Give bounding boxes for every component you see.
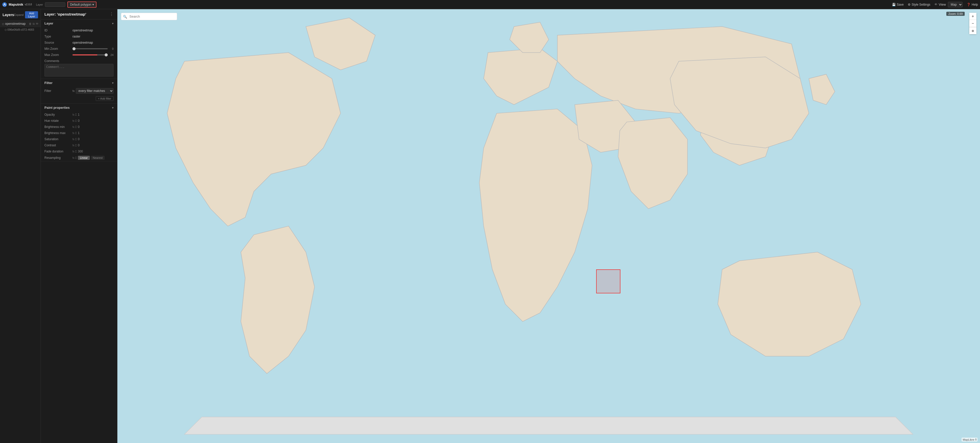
layer-name-input[interactable]	[45, 2, 65, 7]
layer-sub-id: ◇ 096e06d9-c072-4683	[0, 27, 41, 32]
copy-layer-button[interactable]: ⧉	[33, 22, 35, 25]
resampling-sigma-icon[interactable]: Σ	[75, 156, 77, 159]
max-zoom-value: 24	[109, 53, 114, 56]
type-label: Type	[45, 35, 73, 38]
panel-more-button[interactable]: ⋮	[110, 12, 114, 17]
layer-label: Layer	[36, 3, 43, 6]
filter-section-title: Filter	[45, 81, 52, 85]
map-search-container: 🔍	[121, 13, 177, 20]
opacity-icons: fx Σ	[73, 113, 77, 116]
saturation-sigma-icon[interactable]: Σ	[75, 138, 77, 141]
max-zoom-slider-wrap: 24	[73, 53, 114, 56]
hue-fx-icon[interactable]: fx	[73, 120, 75, 122]
topbar-right: 💾 Save ⚙ Style Settings 👁 View Map ❓ Hel…	[892, 2, 978, 7]
opacity-fx-icon[interactable]: fx	[73, 113, 75, 116]
hue-sigma-icon[interactable]: Σ	[75, 120, 77, 122]
layer-panel: Layer: 'openstreetmap' ⋮ Layer ▾ ID open…	[41, 9, 118, 443]
save-button[interactable]: 💾 Save	[892, 3, 904, 6]
logo-icon	[2, 2, 7, 7]
contrast-row: Contrast fx Σ 0	[41, 142, 117, 148]
fade-duration-row: Fade duration fx Σ 300	[41, 148, 117, 155]
comments-textarea[interactable]	[45, 64, 114, 76]
layer-raster-icon: ◻	[2, 22, 4, 25]
fade-icons: fx Σ	[73, 150, 77, 153]
save-icon: 💾	[892, 3, 896, 6]
fade-duration-label: Fade duration	[45, 150, 73, 153]
contrast-fx-icon[interactable]: fx	[73, 144, 75, 147]
panel-header: Layer: 'openstreetmap' ⋮	[41, 9, 117, 19]
brightness-min-row: Brightness min fx Σ 0	[41, 124, 117, 130]
brightness-max-icons: fx Σ	[73, 132, 77, 135]
min-zoom-slider-wrap: 0	[73, 47, 114, 50]
filter-section-header[interactable]: Filter ▾	[41, 79, 117, 87]
hue-rotate-icons: fx Σ	[73, 120, 77, 122]
paint-section-title: Paint properties	[45, 106, 70, 110]
opacity-sigma-icon[interactable]: Σ	[75, 113, 77, 116]
min-zoom-slider[interactable]	[73, 48, 108, 49]
hue-rotate-value: 0	[78, 119, 114, 123]
map-credit: MapLibre ℹ	[962, 438, 977, 441]
brightness-max-value: 1	[78, 131, 114, 135]
dropdown-label: Default polygon	[70, 3, 91, 6]
resampling-icons: fx Σ	[73, 156, 77, 159]
brightness-min-fx-icon[interactable]: fx	[73, 126, 75, 128]
sidebar-actions: Expand Add Layer	[14, 11, 38, 18]
filter-select[interactable]: every filter matches	[76, 88, 114, 94]
nearest-button[interactable]: Nearest	[91, 156, 105, 160]
resampling-row: Resampling fx Σ Linear Nearest	[41, 155, 117, 161]
zoom-badge: Zoom: 0.69	[946, 12, 965, 16]
info-icon: ℹ	[975, 438, 977, 441]
source-label: Source	[45, 41, 73, 45]
hue-rotate-label: Hue rotate	[45, 119, 73, 123]
brightness-min-sigma-icon[interactable]: Σ	[75, 126, 77, 128]
filter-label: Filter	[45, 89, 73, 93]
contrast-sigma-icon[interactable]: Σ	[75, 144, 77, 147]
saturation-label: Saturation	[45, 137, 73, 141]
panel-title: Layer: 'openstreetmap'	[45, 12, 86, 16]
saturation-row: Saturation fx Σ 0	[41, 136, 117, 142]
filter-fx-icon: fx	[73, 89, 75, 92]
map-area[interactable]: 🔍 Zoom: 0.69 + − ⊕ MapLibre ℹ	[118, 9, 980, 443]
visibility-toggle-button[interactable]: 👁	[36, 22, 38, 25]
fade-fx-icon[interactable]: fx	[73, 150, 75, 153]
add-filter-button[interactable]: + Add filter	[96, 96, 114, 101]
brightness-min-icons: fx Σ	[73, 126, 77, 128]
opacity-row: Opacity fx Σ 1	[41, 112, 117, 118]
min-zoom-value: 0	[109, 47, 114, 50]
fade-sigma-icon[interactable]: Σ	[75, 150, 77, 153]
app-version: v2.0.0	[25, 3, 32, 6]
max-zoom-slider[interactable]	[73, 54, 108, 56]
opacity-value: 1	[78, 113, 114, 116]
layer-item-openstreetmap[interactable]: ◻ openstreetmap 🗑 ⧉ 👁	[0, 21, 41, 27]
paint-section-header[interactable]: Paint properties ▾	[41, 104, 117, 112]
delete-layer-button[interactable]: 🗑	[29, 22, 32, 25]
layers-title: Layers	[3, 13, 14, 17]
add-layer-button[interactable]: Add Layer	[25, 11, 38, 18]
eye-icon: 👁	[934, 3, 938, 6]
zoom-in-button[interactable]: +	[969, 13, 977, 20]
saturation-icons: fx Σ	[73, 138, 77, 141]
zoom-out-button[interactable]: −	[969, 20, 977, 27]
dropdown-chevron-icon: ▾	[92, 3, 94, 6]
view-select[interactable]: Map	[948, 2, 963, 7]
id-value: openstreetmap	[73, 29, 114, 32]
contrast-label: Contrast	[45, 143, 73, 147]
default-polygon-dropdown[interactable]: Default polygon ▾	[67, 2, 96, 8]
map-search-input[interactable]	[121, 13, 177, 20]
expand-button[interactable]: Expand	[14, 11, 24, 18]
compass-button[interactable]: ⊕	[969, 27, 977, 34]
resampling-fx-icon[interactable]: fx	[73, 156, 75, 159]
brightness-max-sigma-icon[interactable]: Σ	[75, 132, 77, 135]
filter-row: Filter fx every filter matches	[41, 87, 117, 95]
max-zoom-label: Max Zoom	[45, 53, 73, 57]
hue-rotate-row: Hue rotate fx Σ 0	[41, 118, 117, 124]
linear-button[interactable]: Linear	[78, 156, 90, 160]
help-button[interactable]: ❓ Help	[967, 3, 978, 6]
brightness-max-row: Brightness max fx Σ 1	[41, 130, 117, 136]
type-value: raster	[73, 35, 114, 38]
brightness-max-fx-icon[interactable]: fx	[73, 132, 75, 135]
source-value: openstreetmap	[73, 41, 114, 45]
style-settings-button[interactable]: ⚙ Style Settings	[908, 3, 930, 6]
layer-section-header[interactable]: Layer ▾	[41, 19, 117, 27]
saturation-fx-icon[interactable]: fx	[73, 138, 75, 141]
